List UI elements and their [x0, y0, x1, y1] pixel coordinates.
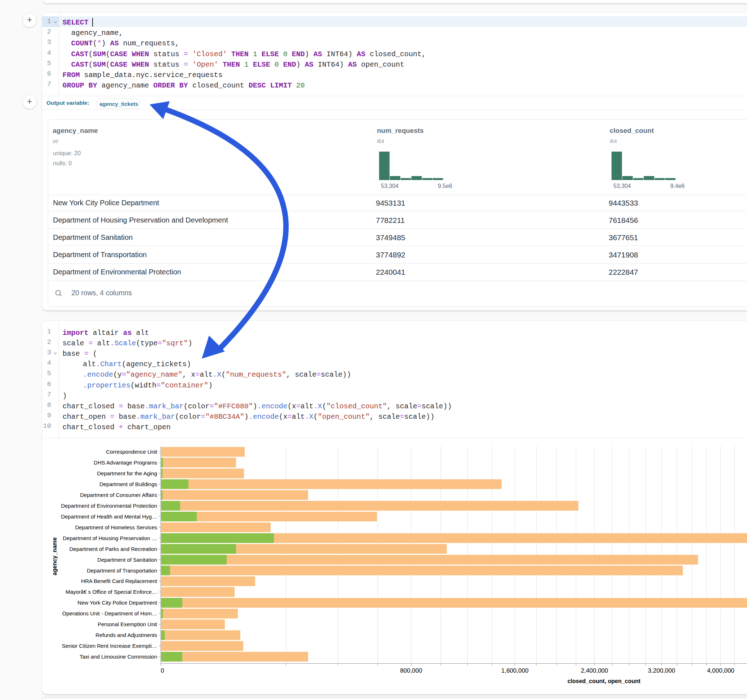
svg-text:Department of Homeless Service: Department of Homeless Services [75, 524, 157, 530]
svg-text:800,000: 800,000 [400, 667, 422, 674]
svg-text:Refunds and Adjustments: Refunds and Adjustments [95, 632, 157, 638]
svg-text:Department of Transportation: Department of Transportation [87, 567, 157, 573]
svg-text:Department of Housing Preserva: Department of Housing Preservation … [63, 535, 157, 541]
svg-text:4,000,000: 4,000,000 [707, 667, 734, 674]
svg-text:HRA Benefit Card Replacement: HRA Benefit Card Replacement [81, 578, 157, 584]
svg-text:0: 0 [161, 667, 164, 674]
svg-text:Correspondence Unit: Correspondence Unit [106, 449, 157, 455]
svg-text:Mayorâ€ s Office of Special En: Mayorâ€ s Office of Special Enforce… [66, 589, 157, 595]
svg-text:closed_count, open_count: closed_count, open_count [567, 678, 641, 684]
svg-text:DHS Advantage Programs: DHS Advantage Programs [94, 459, 157, 466]
svg-text:1,600,000: 1,600,000 [501, 667, 529, 674]
svg-text:agency_name: agency_name [51, 537, 57, 575]
svg-text:Department of Sanitation: Department of Sanitation [97, 557, 157, 563]
svg-text:Department of Parks and Recrea: Department of Parks and Recreation [70, 546, 157, 552]
svg-text:Department of Buildings: Department of Buildings [100, 481, 157, 487]
svg-text:Department of Environmental Pr: Department of Environmental Protection [61, 503, 157, 509]
svg-text:2,400,000: 2,400,000 [581, 667, 608, 674]
svg-text:Department for the Aging: Department for the Aging [97, 470, 157, 477]
svg-text:3,200,000: 3,200,000 [648, 667, 675, 674]
svg-text:Operations Unit - Department o: Operations Unit - Department of Hom… [62, 610, 157, 617]
svg-text:Senior Citizen Rent Increase E: Senior Citizen Rent Increase Exempti… [62, 643, 157, 649]
svg-text:Taxi and Limousine Commission: Taxi and Limousine Commission [80, 653, 157, 660]
svg-text:Department of Health and Menta: Department of Health and Mental Hyg… [61, 513, 157, 520]
svg-text:Personal Exemption Unit: Personal Exemption Unit [98, 621, 157, 627]
svg-text:Department of Consumer Affairs: Department of Consumer Affairs [80, 492, 157, 498]
svg-text:New York City Police Departmen: New York City Police Department [77, 599, 157, 606]
